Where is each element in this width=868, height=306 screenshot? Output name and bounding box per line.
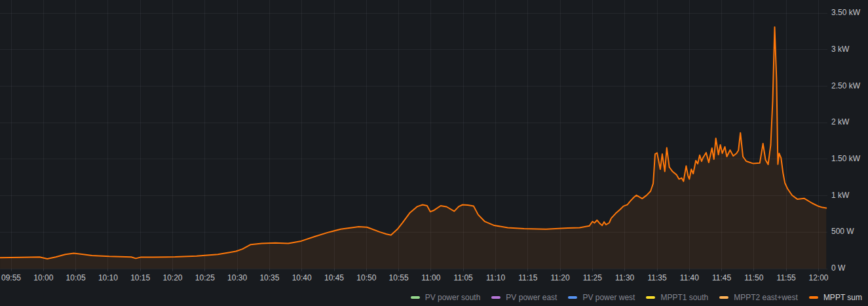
legend-label: PV power west [582,293,635,302]
legend-item-pv-power-south[interactable]: PV power south [411,293,481,302]
x-tick-label: 10:35 [259,273,279,282]
legend-item-pv-power-west[interactable]: PV power west [568,293,635,302]
legend-label: MPPT2 east+west [734,293,798,302]
legend-swatch [719,296,728,299]
x-tick-label: 10:40 [292,273,312,282]
legend-item-mppt-sum[interactable]: MPPT sum [809,293,862,302]
legend-item-mppt2-east-west[interactable]: MPPT2 east+west [719,293,798,302]
y-tick-label: 1 kW [831,191,849,200]
x-tick-label: 12:00 [808,273,828,282]
x-tick-label: 11:20 [551,273,570,282]
x-tick-label: 11:50 [744,273,763,282]
x-tick-label: 10:30 [227,273,247,282]
x-tick-label: 10:10 [98,273,118,282]
x-tick-label: 11:05 [454,273,473,282]
legend-swatch [411,296,420,299]
x-tick-label: 11:15 [518,273,537,282]
x-tick-label: 10:55 [389,273,409,282]
x-tick-label: 11:10 [486,273,505,282]
legend-swatch [809,296,818,299]
legend-item-pv-power-east[interactable]: PV power east [491,293,557,302]
y-tick-label: 1.50 kW [831,154,860,163]
legend-item-mppt1-south[interactable]: MPPT1 south [646,293,708,302]
x-tick-label: 11:40 [680,273,699,282]
y-tick-label: 2.50 kW [831,81,860,90]
chart-canvas[interactable] [0,0,868,306]
y-tick-label: 2 kW [831,117,849,126]
x-tick-label: 11:25 [583,273,602,282]
x-tick-label: 10:50 [356,273,376,282]
y-tick-label: 0 W [831,263,845,273]
legend-label: PV power south [425,293,481,302]
legend-label: MPPT sum [823,293,862,302]
legend: PV power southPV power eastPV power west… [411,293,862,302]
x-tick-label: 11:35 [647,273,666,282]
legend-swatch [568,296,577,299]
legend-swatch [491,296,500,299]
legend-label: MPPT1 south [660,293,708,302]
y-tick-label: 3 kW [831,45,849,54]
x-tick-label: 10:00 [33,273,53,282]
x-tick-label: 09:55 [1,273,21,282]
x-tick-label: 10:45 [324,273,344,282]
x-tick-label: 11:00 [421,273,440,282]
x-tick-label: 10:15 [130,273,150,282]
x-tick-label: 11:55 [777,273,796,282]
x-tick-label: 10:05 [66,273,86,282]
x-tick-label: 11:45 [712,273,731,282]
legend-label: PV power east [506,293,557,302]
pv-power-chart-panel: 09:5510:0010:0510:1010:1510:2010:2510:30… [0,0,868,306]
y-tick-label: 3.50 kW [831,8,860,17]
x-tick-label: 11:30 [615,273,634,282]
legend-swatch [646,296,655,299]
x-tick-label: 10:20 [162,273,182,282]
x-tick-label: 10:25 [195,273,215,282]
y-tick-label: 500 W [831,227,854,237]
